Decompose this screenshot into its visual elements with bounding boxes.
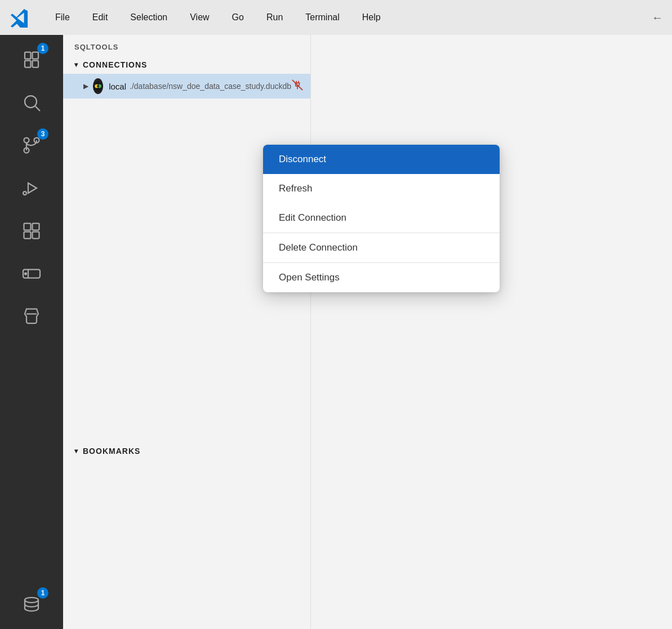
svg-line-5 <box>35 106 40 111</box>
disconnect-icon <box>291 79 304 94</box>
connections-label: CONNECTIONS <box>83 60 147 69</box>
activity-run-debug[interactable] <box>11 168 52 208</box>
back-arrow[interactable]: ← <box>652 11 663 24</box>
activity-extensions[interactable] <box>11 211 52 251</box>
connection-expand-arrow: ▶ <box>83 82 88 90</box>
svg-rect-13 <box>33 232 39 239</box>
menu-help[interactable]: Help <box>359 10 384 25</box>
activity-database[interactable]: 1 <box>11 584 52 624</box>
activity-bar: 1 3 <box>0 35 63 629</box>
context-menu-edit-connection[interactable]: Edit Connection <box>263 203 500 233</box>
source-control-badge: 3 <box>37 128 48 140</box>
activity-testing[interactable] <box>11 296 52 337</box>
bookmarks-chevron: ▾ <box>74 447 78 455</box>
svg-rect-2 <box>33 52 39 59</box>
svg-rect-11 <box>33 224 39 230</box>
menu-selection[interactable]: Selection <box>127 10 171 25</box>
context-menu: Disconnect Refresh Edit Connection Delet… <box>263 145 500 292</box>
activity-search[interactable] <box>11 82 52 123</box>
sidebar-header: SQLTOOLS <box>63 35 310 56</box>
svg-rect-12 <box>24 232 31 239</box>
menu-run[interactable]: Run <box>263 10 286 25</box>
vscode-logo <box>9 7 29 28</box>
connection-item[interactable]: ▶ local ./database/nsw_doe_data_case_stu… <box>63 74 310 99</box>
titlebar-menu: File Edit Selection View Go Run Terminal… <box>52 10 384 25</box>
svg-rect-0 <box>25 52 31 59</box>
svg-point-6 <box>24 138 29 143</box>
context-menu-open-settings[interactable]: Open Settings <box>263 263 500 292</box>
connection-name: local <box>109 82 126 91</box>
menu-terminal[interactable]: Terminal <box>302 10 342 25</box>
menu-file[interactable]: File <box>52 10 73 25</box>
context-menu-disconnect[interactable]: Disconnect <box>263 145 500 174</box>
activity-source-control[interactable]: 3 <box>11 125 52 166</box>
svg-rect-10 <box>24 224 31 230</box>
database-badge: 1 <box>37 587 48 599</box>
activity-explorer[interactable]: 1 <box>11 39 52 80</box>
menu-view[interactable]: View <box>186 10 212 25</box>
connections-section-title[interactable]: ▾ CONNECTIONS <box>63 56 310 74</box>
svg-point-4 <box>25 96 37 108</box>
svg-rect-1 <box>25 61 31 68</box>
svg-point-16 <box>25 273 26 275</box>
duckdb-icon <box>93 78 103 94</box>
menu-edit[interactable]: Edit <box>89 10 112 25</box>
activity-remote-explorer[interactable] <box>11 253 52 294</box>
main-layout: 1 3 <box>0 35 672 629</box>
titlebar: File Edit Selection View Go Run Terminal… <box>0 0 672 35</box>
svg-point-22 <box>97 85 99 87</box>
bookmarks-label: BOOKMARKS <box>83 447 140 456</box>
context-menu-refresh[interactable]: Refresh <box>263 174 500 203</box>
connections-chevron: ▾ <box>74 61 78 69</box>
bookmarks-section-title[interactable]: ▾ BOOKMARKS <box>63 442 310 460</box>
context-menu-delete-connection[interactable]: Delete Connection <box>263 233 500 262</box>
svg-point-18 <box>25 597 38 603</box>
explorer-badge: 1 <box>37 43 48 54</box>
main-content <box>311 35 672 629</box>
connection-path: ./database/nsw_doe_data_case_study.duckd… <box>130 82 291 91</box>
menu-go[interactable]: Go <box>229 10 247 25</box>
sidebar: SQLTOOLS ▾ CONNECTIONS ▶ local ./databas… <box>63 35 311 629</box>
svg-point-9 <box>23 191 26 195</box>
svg-rect-3 <box>33 61 39 68</box>
